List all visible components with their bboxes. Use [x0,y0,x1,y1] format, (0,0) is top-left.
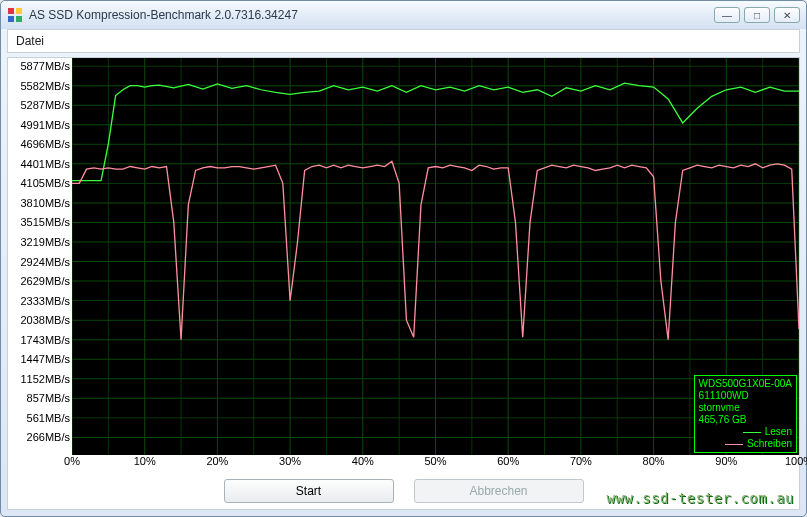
y-tick-label: 266MB/s [27,431,70,443]
x-tick-label: 80% [643,455,665,467]
x-tick-label: 60% [497,455,519,467]
x-tick-label: 100% [785,455,807,467]
x-tick-label: 40% [352,455,374,467]
y-tick-label: 4991MB/s [20,119,70,131]
x-tick-label: 10% [134,455,156,467]
x-tick-label: 20% [206,455,228,467]
y-tick-label: 3219MB/s [20,236,70,248]
legend-model: WDS500G1X0E-00A [699,378,792,390]
y-tick-label: 4105MB/s [20,177,70,189]
minimize-button[interactable]: ― [714,7,740,23]
y-tick-label: 5287MB/s [20,99,70,111]
legend-drv: stornvme [699,402,792,414]
y-tick-label: 2629MB/s [20,275,70,287]
y-tick-label: 5877MB/s [20,60,70,72]
x-tick-label: 70% [570,455,592,467]
y-tick-label: 1447MB/s [20,353,70,365]
y-tick-label: 3515MB/s [20,216,70,228]
legend-read: Lesen [765,426,792,438]
menubar: Datei [7,29,800,53]
y-tick-label: 1743MB/s [20,334,70,346]
y-tick-label: 1152MB/s [20,373,70,385]
app-window: AS SSD Kompression-Benchmark 2.0.7316.34… [0,0,807,517]
legend-fw: 611100WD [699,390,792,402]
legend-write: Schreiben [747,438,792,450]
cancel-button: Abbrechen [414,479,584,503]
y-tick-label: 5582MB/s [20,80,70,92]
start-button[interactable]: Start [224,479,394,503]
close-button[interactable]: ✕ [774,7,800,23]
plot: WDS500G1X0E-00A 611100WD stornvme 465,76… [72,58,799,455]
legend-swatch-read [743,432,761,433]
chart-area: 266MB/s561MB/s857MB/s1152MB/s1447MB/s174… [8,58,799,455]
y-tick-label: 2924MB/s [20,256,70,268]
y-axis: 266MB/s561MB/s857MB/s1152MB/s1447MB/s174… [8,58,72,455]
y-tick-label: 2038MB/s [20,314,70,326]
titlebar[interactable]: AS SSD Kompression-Benchmark 2.0.7316.34… [1,1,806,29]
button-bar: Start Abbrechen [8,473,799,509]
client-area: 266MB/s561MB/s857MB/s1152MB/s1447MB/s174… [7,57,800,510]
menu-file[interactable]: Datei [16,34,44,48]
x-tick-label: 90% [715,455,737,467]
legend-swatch-write [725,444,743,445]
y-tick-label: 4401MB/s [20,158,70,170]
y-tick-label: 2333MB/s [20,295,70,307]
x-tick-label: 0% [64,455,80,467]
y-tick-label: 3810MB/s [20,197,70,209]
y-tick-label: 4696MB/s [20,138,70,150]
legend-size: 465,76 GB [699,414,792,426]
x-axis: 0%10%20%30%40%50%60%70%80%90%100% [72,455,799,473]
y-tick-label: 857MB/s [27,392,70,404]
y-tick-label: 561MB/s [27,412,70,424]
x-tick-label: 30% [279,455,301,467]
maximize-button[interactable]: □ [744,7,770,23]
x-tick-label: 50% [424,455,446,467]
legend-box: WDS500G1X0E-00A 611100WD stornvme 465,76… [694,375,797,453]
window-title: AS SSD Kompression-Benchmark 2.0.7316.34… [29,8,714,22]
app-icon [7,7,23,23]
